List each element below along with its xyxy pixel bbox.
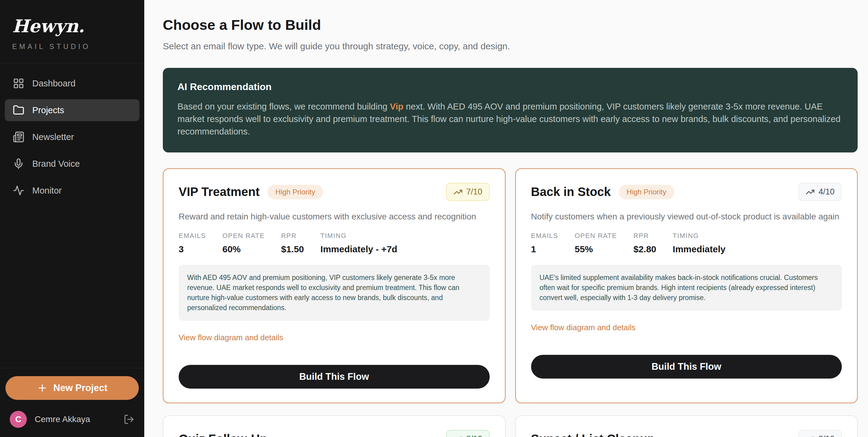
ai-recommendation-text: Based on your existing flows, we recomme… [178, 100, 843, 138]
stat-label: OPEN RATE [222, 232, 265, 240]
page-subtitle: Select an email flow type. We will guide… [163, 41, 858, 52]
card-header: Sunset / List Cleanup 3/10 [531, 430, 842, 437]
newspaper-icon [13, 131, 24, 143]
page-title: Choose a Flow to Build [163, 17, 858, 33]
new-project-label: New Project [53, 382, 107, 394]
trending-up-icon [454, 435, 463, 437]
view-flow-diagram-link[interactable]: View flow diagram and details [179, 333, 283, 342]
build-this-flow-button[interactable]: Build This Flow [179, 365, 490, 388]
ai-recommendation-panel: AI Recommendation Based on your existing… [163, 68, 858, 153]
card-stats: EMAILS 1 OPEN RATE 55% RPR $2.80 TIMING … [531, 232, 842, 254]
ai-text-before: Based on your existing flows, we recomme… [178, 102, 390, 112]
stat-value: 3 [179, 244, 206, 254]
stat-value: 1 [531, 244, 558, 254]
score-value: 7/10 [466, 187, 483, 196]
card-header: VIP Treatment High Priority 7/10 [179, 183, 490, 201]
card-header: Quiz Follow-Up 8/10 [179, 430, 490, 437]
sidebar-item-label: Monitor [32, 186, 62, 196]
logout-icon [124, 414, 134, 425]
card-stats: EMAILS 3 OPEN RATE 60% RPR $1.50 TIMING … [179, 232, 490, 254]
stat-emails: EMAILS 1 [531, 232, 558, 254]
sidebar-item-monitor[interactable]: Monitor [5, 180, 140, 201]
sidebar-item-label: Projects [32, 105, 64, 115]
sidebar-item-label: Brand Voice [32, 159, 80, 169]
user-name: Cemre Akkaya [35, 414, 116, 424]
logo-block: Hewyn. EMAIL STUDIO [0, 0, 144, 63]
card-title: Back in Stock [531, 185, 611, 199]
stat-value: 55% [575, 244, 617, 254]
avatar: C [10, 411, 27, 428]
stat-value: Immediately [673, 244, 725, 254]
grid-icon [13, 77, 24, 89]
sidebar-item-newsletter[interactable]: Newsletter [5, 126, 140, 148]
sidebar: Hewyn. EMAIL STUDIO Dashboard Projects N… [0, 0, 144, 437]
card-description: Notify customers when a previously viewe… [531, 212, 842, 222]
score-value: 8/10 [466, 434, 483, 437]
trending-up-icon [454, 187, 463, 196]
stat-open-rate: OPEN RATE 60% [222, 232, 265, 254]
flow-card-vip-treatment: VIP Treatment High Priority 7/10 Reward … [163, 168, 505, 403]
flow-card-back-in-stock: Back in Stock High Priority 4/10 Notify … [515, 168, 858, 403]
stat-rpr: RPR $2.80 [633, 232, 656, 254]
logout-button[interactable] [124, 414, 134, 425]
stat-emails: EMAILS 3 [179, 232, 206, 254]
stat-label: RPR [633, 232, 656, 240]
stat-timing: TIMING Immediately - +7d [320, 232, 398, 254]
app-logo: Hewyn. [12, 16, 132, 36]
stat-timing: TIMING Immediately [673, 232, 725, 254]
card-title: VIP Treatment [179, 185, 259, 199]
stat-label: EMAILS [179, 232, 206, 240]
stat-label: OPEN RATE [575, 232, 617, 240]
flow-card-sunset-list-cleanup: Sunset / List Cleanup 3/10 Last attempt … [515, 415, 858, 437]
trending-up-icon [806, 187, 815, 196]
card-title: Quiz Follow-Up [179, 432, 267, 437]
score-value: 4/10 [818, 187, 835, 196]
trending-up-icon [806, 435, 815, 437]
stat-rpr: RPR $1.50 [281, 232, 304, 254]
sidebar-item-label: Newsletter [32, 132, 74, 142]
flow-cards-grid: VIP Treatment High Priority 7/10 Reward … [163, 168, 858, 437]
priority-badge: High Priority [268, 185, 323, 199]
stat-label: TIMING [320, 232, 398, 240]
card-insight: With AED 495 AOV and premium positioning… [179, 265, 490, 321]
view-flow-diagram-link[interactable]: View flow diagram and details [531, 323, 636, 332]
stat-value: Immediately - +7d [320, 244, 398, 254]
stat-label: EMAILS [531, 232, 558, 240]
sidebar-item-label: Dashboard [32, 79, 75, 89]
sidebar-item-projects[interactable]: Projects [5, 99, 140, 121]
card-header: Back in Stock High Priority 4/10 [531, 183, 842, 201]
score-value: 3/10 [818, 434, 835, 437]
card-description: Reward and retain high-value customers w… [179, 212, 490, 222]
ai-text-highlight: Vip [390, 102, 404, 112]
sidebar-bottom: New Project C Cemre Akkaya [0, 368, 144, 437]
sidebar-item-dashboard[interactable]: Dashboard [5, 72, 140, 94]
mic-icon [13, 158, 24, 169]
score-badge: 8/10 [446, 430, 490, 437]
score-badge: 3/10 [798, 430, 842, 437]
stat-value: 60% [222, 244, 265, 254]
priority-badge: High Priority [619, 185, 675, 199]
stat-value: $1.50 [281, 244, 304, 254]
app-tagline: EMAIL STUDIO [12, 42, 132, 51]
plus-icon [37, 382, 48, 394]
ai-recommendation-title: AI Recommendation [178, 81, 843, 93]
card-insight: UAE's limited supplement availability ma… [531, 265, 842, 311]
user-row: C Cemre Akkaya [5, 411, 139, 428]
score-badge: 4/10 [798, 183, 842, 201]
stat-label: RPR [281, 232, 304, 240]
activity-icon [13, 185, 24, 196]
build-this-flow-button[interactable]: Build This Flow [531, 355, 842, 379]
flow-card-quiz-follow-up: Quiz Follow-Up 8/10 Personalized product… [163, 415, 505, 437]
stat-value: $2.80 [633, 244, 656, 254]
stat-label: TIMING [673, 232, 725, 240]
sidebar-item-brand-voice[interactable]: Brand Voice [5, 153, 140, 175]
folder-icon [13, 104, 24, 116]
card-title: Sunset / List Cleanup [531, 432, 655, 437]
sidebar-nav: Dashboard Projects Newsletter Brand Voic… [0, 63, 144, 211]
main-content: Choose a Flow to Build Select an email f… [144, 0, 868, 437]
new-project-button[interactable]: New Project [5, 376, 139, 400]
stat-open-rate: OPEN RATE 55% [575, 232, 617, 254]
score-badge: 7/10 [446, 183, 490, 201]
